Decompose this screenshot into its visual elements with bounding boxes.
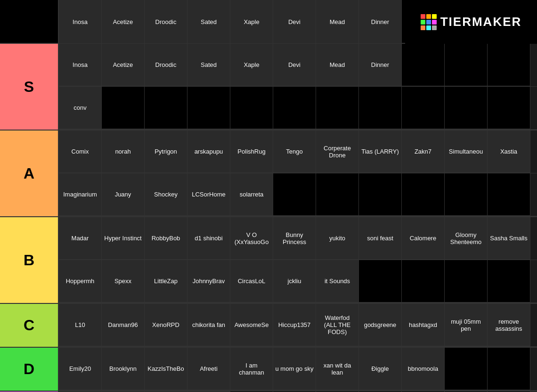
tier-cell: LittleZap xyxy=(145,260,187,302)
tier-cell: Danman96 xyxy=(102,304,145,346)
tier-row-b: BMadarHyper InstinctRobbyBobd1 shinobiV … xyxy=(0,217,537,304)
tier-cell: LCSorHome xyxy=(187,173,230,216)
tier-cell: Inosa xyxy=(59,44,102,86)
tier-cell: Hyper Instinct xyxy=(102,217,145,260)
logo-grid-cell xyxy=(421,14,425,19)
tier-cell xyxy=(402,260,445,302)
tier-cell: Dinner xyxy=(359,44,402,86)
tier-content-row: L10Danman96XenoRPDchikorita fanAwesomeSe… xyxy=(59,304,537,347)
tier-cell: Zakn7 xyxy=(402,131,445,173)
tier-cell: norah xyxy=(102,131,145,173)
tier-cell: Madar xyxy=(59,217,102,260)
tier-cell: L10 xyxy=(59,304,102,346)
header-cell: Acetize xyxy=(102,0,145,44)
tier-cell: CircasLoL xyxy=(230,260,273,302)
tier-rows: SInosaAcetizeDroodicSatedXapleDeviMeadDi… xyxy=(0,44,537,392)
tier-cell: Pytrigon xyxy=(145,131,187,173)
tier-cell xyxy=(187,87,230,129)
logo-grid-cell xyxy=(421,25,425,30)
tier-cell: KazzIsTheBo xyxy=(145,348,187,390)
tier-cell xyxy=(230,87,273,129)
tier-cell: it Sounds xyxy=(316,260,359,302)
tier-cell: Tengo xyxy=(273,131,316,173)
tier-cell xyxy=(273,87,316,129)
tier-cell: xan wit da lean xyxy=(316,348,359,390)
tier-cell: AwesomeSe xyxy=(230,304,273,346)
header-cell: Mead xyxy=(316,0,359,44)
tier-cell: Afreeti xyxy=(187,348,230,390)
tier-cell xyxy=(488,260,530,302)
tier-cell: jckliu xyxy=(273,260,316,302)
tier-cell: Bunny Princess xyxy=(273,217,316,260)
tier-cell: Calomere xyxy=(402,217,445,260)
tier-cell xyxy=(102,87,145,129)
tier-cell: Acetize xyxy=(102,44,145,86)
tier-content-row: ImaginariumJuanyShockeyLCSorHomesolarret… xyxy=(59,173,537,216)
tier-cell: Juany xyxy=(102,173,145,216)
tier-cell: d1 shinobi xyxy=(187,217,230,260)
tier-label: A xyxy=(0,131,59,216)
tier-content: InosaAcetizeDroodicSatedXapleDeviMeadDin… xyxy=(59,44,537,130)
tier-cell: XenoRPD xyxy=(145,304,187,346)
tier-cell: soni feast xyxy=(359,217,402,260)
tier-cell xyxy=(359,173,402,216)
tier-content: ComixnorahPytrigonarskapupuPolishRugTeng… xyxy=(59,131,537,216)
tier-label: D xyxy=(0,348,59,391)
tier-cell: Sasha Smalls xyxy=(488,217,530,260)
tier-label: S xyxy=(0,44,59,130)
tier-cell xyxy=(445,44,488,86)
logo-grid-cell xyxy=(432,14,437,19)
tier-cell: Mead xyxy=(316,44,359,86)
tier-content: Emily20BrooklynnKazzIsTheBoAfreetiI am c… xyxy=(59,348,537,391)
tier-cell xyxy=(445,87,488,129)
tier-cell xyxy=(445,260,488,302)
tier-cell xyxy=(402,173,445,216)
header-row: InosaAcetizeDroodicSatedXapleDeviMeadDin… xyxy=(0,0,537,44)
tier-cell: Comix xyxy=(59,131,102,173)
tier-cell: Spexx xyxy=(102,260,145,302)
logo-grid-cell xyxy=(426,14,431,19)
tier-cell: Hoppermh xyxy=(59,260,102,302)
tier-cell: RobbyBob xyxy=(145,217,187,260)
tier-cell: Hiccup1357 xyxy=(273,304,316,346)
tier-cell: Shockey xyxy=(145,173,187,216)
tier-cell xyxy=(145,87,187,129)
tier-cell: Xaple xyxy=(230,44,273,86)
tier-cell xyxy=(316,87,359,129)
tier-cell: remove assassins xyxy=(488,304,530,346)
tier-cell: Imaginarium xyxy=(59,173,102,216)
header-cell: Sated xyxy=(187,0,230,44)
tier-content-row: Emily20BrooklynnKazzIsTheBoAfreetiI am c… xyxy=(59,348,537,391)
tier-row-c: CL10Danman96XenoRPDchikorita fanAwesomeS… xyxy=(0,304,537,348)
tier-cell: Tias (LARRY) xyxy=(359,131,402,173)
tier-cell: Simultaneou xyxy=(445,131,488,173)
tier-cell: conv xyxy=(59,87,102,129)
logo-area: TiERMAKER xyxy=(405,0,537,44)
logo-grid-cell xyxy=(426,20,431,24)
tier-cell xyxy=(359,260,402,302)
tier-row-d: DEmily20BrooklynnKazzIsTheBoAfreetiI am … xyxy=(0,348,537,392)
tier-cell: Emily20 xyxy=(59,348,102,390)
tier-cell: I am chanman xyxy=(230,348,273,390)
tier-row-s: SInosaAcetizeDroodicSatedXapleDeviMeadDi… xyxy=(0,44,537,131)
tiermaker-app: InosaAcetizeDroodicSatedXapleDeviMeadDin… xyxy=(0,0,537,392)
tier-cell: chikorita fan xyxy=(187,304,230,346)
tier-content-row: ComixnorahPytrigonarskapupuPolishRugTeng… xyxy=(59,131,537,173)
tier-content: MadarHyper InstinctRobbyBobd1 shinobiV O… xyxy=(59,217,537,303)
logo-text: TiERMAKER xyxy=(440,15,522,29)
tier-label: C xyxy=(0,304,59,347)
tier-cell: arskapupu xyxy=(187,131,230,173)
tier-cell: bbnomoola xyxy=(402,348,445,390)
tier-cell: Corperate Drone xyxy=(316,131,359,173)
tier-cell xyxy=(316,173,359,216)
logo: TiERMAKER xyxy=(421,14,522,30)
header-cell: Dinner xyxy=(359,0,402,44)
tier-cell: yukito xyxy=(316,217,359,260)
tier-cell: muji 05mm pen xyxy=(445,304,488,346)
tier-label: B xyxy=(0,217,59,303)
logo-grid-cell xyxy=(421,20,425,24)
tier-cell: Ðiggle xyxy=(359,348,402,390)
tier-content-row: conv xyxy=(59,87,537,130)
tier-cell: JohnnyBrav xyxy=(187,260,230,302)
header-cell: Devi xyxy=(273,0,316,44)
